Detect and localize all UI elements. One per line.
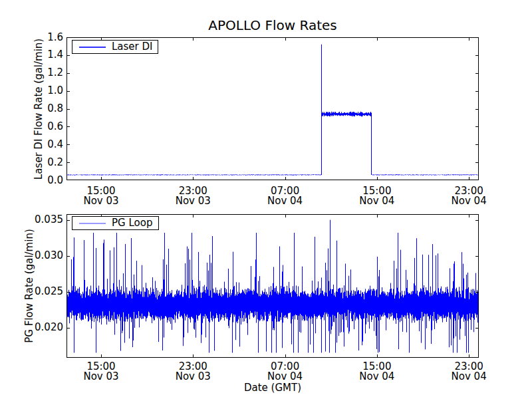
x-tick-date-label: Nov 04 [347, 196, 407, 206]
x-tick-date-label: Nov 03 [71, 372, 131, 382]
y-tick-label: 0.6 [23, 122, 63, 132]
x-tick-date-label: Nov 04 [255, 372, 315, 382]
y-tick-label: 0.030 [23, 251, 63, 261]
laser-di-plot-area [66, 37, 479, 180]
x-tick-date-label: Nov 04 [255, 196, 315, 206]
pg-loop-legend-label: PG Loop [112, 218, 152, 228]
x-tick-date-label: Nov 03 [71, 196, 131, 206]
x-tick-date-label: Nov 03 [163, 372, 223, 382]
laser-di-legend-line-sample [79, 47, 106, 48]
x-tick-date-label: Nov 03 [163, 196, 223, 206]
y-tick-label: 0.8 [23, 104, 63, 114]
y-tick-label: 0.0 [23, 176, 63, 186]
x-tick-date-label: Nov 04 [439, 372, 499, 382]
x-axis-label: Date (GMT) [66, 382, 479, 393]
x-tick-date-label: Nov 04 [439, 196, 499, 206]
y-tick-label: 1.6 [23, 33, 63, 43]
y-tick-label: 0.025 [23, 287, 63, 297]
y-tick-label: 1.0 [23, 86, 63, 96]
pg-loop-plot-area [66, 214, 479, 358]
y-tick-label: 0.035 [23, 215, 63, 225]
y-tick-label: 1.2 [23, 68, 63, 78]
y-tick-label: 0.2 [23, 158, 63, 168]
chart-title: APOLLO Flow Rates [66, 18, 479, 33]
y-tick-label: 1.4 [23, 50, 63, 60]
figure: APOLLO Flow Rates Laser DI Flow Rate (ga… [0, 0, 532, 399]
y-tick-label: 0.4 [23, 140, 63, 150]
y-tick-label: 0.020 [23, 323, 63, 332]
x-tick-date-label: Nov 04 [347, 372, 407, 382]
laser-di-legend: Laser DI [72, 40, 158, 54]
pg-loop-legend: PG Loop [72, 216, 159, 230]
laser-di-legend-label: Laser DI [112, 42, 153, 52]
pg-loop-legend-line-sample [79, 223, 106, 224]
